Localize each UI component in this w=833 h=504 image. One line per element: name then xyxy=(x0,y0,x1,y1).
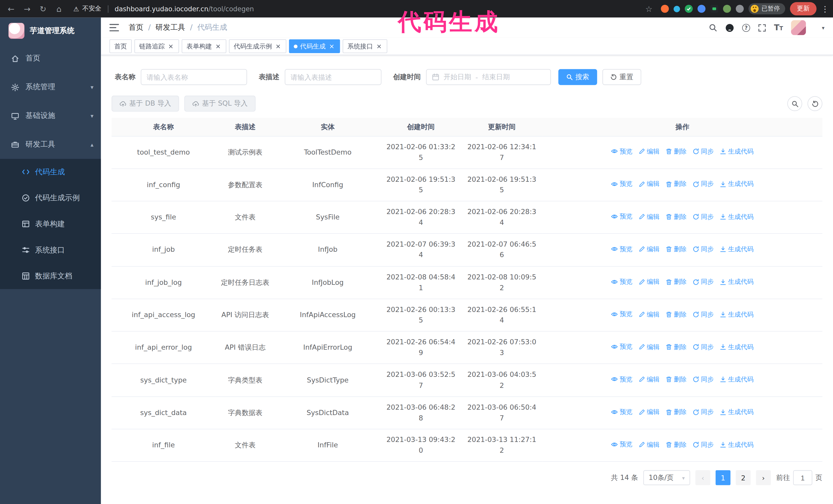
font-size-icon[interactable]: TT xyxy=(774,24,783,31)
search-button[interactable]: 搜索 xyxy=(558,69,597,85)
address-bar[interactable]: dashboard.yudao.iocoder.cn/tool/codegen xyxy=(115,5,254,13)
date-range-picker[interactable]: 开始日期 - 结束日期 xyxy=(426,69,551,85)
sync-link[interactable]: 同步 xyxy=(693,375,714,385)
sidebar-item-form-builder[interactable]: 表单构建 xyxy=(0,211,101,237)
import-sql-button[interactable]: 基于 SQL 导入 xyxy=(185,96,256,112)
generate-code-link[interactable]: 生成代码 xyxy=(720,310,754,320)
sync-link[interactable]: 同步 xyxy=(693,212,714,222)
profile-paused-badge[interactable]: 已暂停 xyxy=(748,3,785,14)
chrome-menu-icon[interactable]: ⋮ xyxy=(821,2,829,16)
extension-fox-icon[interactable] xyxy=(661,5,668,13)
preview-link[interactable]: 预览 xyxy=(611,375,632,385)
close-icon[interactable]: × xyxy=(376,43,382,50)
delete-link[interactable]: 删除 xyxy=(666,342,687,352)
preview-link[interactable]: 预览 xyxy=(611,212,632,221)
extension-check-icon[interactable] xyxy=(685,5,693,13)
preview-link[interactable]: 预览 xyxy=(611,309,632,319)
generate-code-link[interactable]: 生成代码 xyxy=(720,277,754,287)
page-size-select[interactable]: 10条/页 ▾ xyxy=(643,471,690,485)
generate-code-link[interactable]: 生成代码 xyxy=(720,375,754,385)
extension-onpage-icon[interactable] xyxy=(710,5,718,13)
table-desc-input[interactable] xyxy=(285,69,381,85)
extension-drop-icon[interactable] xyxy=(673,6,680,12)
edit-link[interactable]: 编辑 xyxy=(639,342,660,352)
search-icon[interactable] xyxy=(709,23,717,32)
tab-api[interactable]: 系统接口 × xyxy=(343,39,387,53)
generate-code-link[interactable]: 生成代码 xyxy=(720,342,754,352)
sync-link[interactable]: 同步 xyxy=(693,244,714,254)
reload-icon[interactable]: ↻ xyxy=(36,2,50,16)
preview-link[interactable]: 预览 xyxy=(611,407,632,417)
delete-link[interactable]: 删除 xyxy=(666,179,687,189)
next-page-button[interactable]: › xyxy=(756,471,771,485)
import-db-button[interactable]: 基于 DB 导入 xyxy=(112,96,179,112)
generate-code-link[interactable]: 生成代码 xyxy=(720,440,754,450)
edit-link[interactable]: 编辑 xyxy=(639,407,660,417)
edit-link[interactable]: 编辑 xyxy=(639,375,660,385)
delete-link[interactable]: 删除 xyxy=(666,375,687,385)
generate-code-link[interactable]: 生成代码 xyxy=(720,407,754,417)
toggle-search-button[interactable] xyxy=(787,96,802,111)
extension-people-icon[interactable] xyxy=(697,5,705,13)
edit-link[interactable]: 编辑 xyxy=(639,179,660,189)
github-icon[interactable] xyxy=(725,23,734,32)
sync-link[interactable]: 同步 xyxy=(693,147,714,157)
prev-page-button[interactable]: ‹ xyxy=(695,471,710,485)
breadcrumb-home[interactable]: 首页 xyxy=(129,23,144,32)
close-icon[interactable]: × xyxy=(328,43,335,50)
tab-codegen[interactable]: 代码生成 × xyxy=(289,39,340,53)
sync-link[interactable]: 同步 xyxy=(693,179,714,189)
preview-link[interactable]: 预览 xyxy=(611,244,632,254)
generate-code-link[interactable]: 生成代码 xyxy=(720,212,754,222)
help-icon[interactable]: ? xyxy=(742,24,750,31)
close-icon[interactable]: × xyxy=(167,43,174,50)
breadcrumb-devtools[interactable]: 研发工具 xyxy=(156,23,185,32)
app-logo[interactable]: 芋道管理系统 xyxy=(0,18,101,44)
edit-link[interactable]: 编辑 xyxy=(639,212,660,222)
tab-codegen-example[interactable]: 代码生成示例 × xyxy=(229,39,286,53)
sync-link[interactable]: 同步 xyxy=(693,310,714,320)
preview-link[interactable]: 预览 xyxy=(611,146,632,157)
sync-link[interactable]: 同步 xyxy=(693,407,714,417)
reset-button[interactable]: 重置 xyxy=(602,69,641,85)
sidebar-item-system[interactable]: 系统管理 ▾ xyxy=(0,73,101,101)
bookmark-star-icon[interactable]: ☆ xyxy=(642,2,656,16)
tab-home[interactable]: 首页 xyxy=(110,39,132,53)
page-button-2[interactable]: 2 xyxy=(736,471,751,485)
sidebar-item-devtools[interactable]: 研发工具 ▴ xyxy=(0,130,101,159)
close-icon[interactable]: × xyxy=(275,43,282,50)
chrome-update-button[interactable]: 更新 xyxy=(790,2,816,16)
sidebar-item-infra[interactable]: 基础设施 ▾ xyxy=(0,101,101,130)
tab-form-builder[interactable]: 表单构建 × xyxy=(182,39,226,53)
edit-link[interactable]: 编辑 xyxy=(639,310,660,320)
preview-link[interactable]: 预览 xyxy=(611,440,632,450)
user-avatar[interactable] xyxy=(791,20,806,35)
back-icon[interactable]: ← xyxy=(4,2,18,16)
sidebar-item-codegen-example[interactable]: 代码生成示例 xyxy=(0,185,101,211)
edit-link[interactable]: 编辑 xyxy=(639,147,660,157)
delete-link[interactable]: 删除 xyxy=(666,310,687,320)
extension-plant-icon[interactable] xyxy=(723,5,731,13)
refresh-table-button[interactable] xyxy=(808,96,823,111)
preview-link[interactable]: 预览 xyxy=(611,277,632,287)
tab-tracing[interactable]: 链路追踪 × xyxy=(134,39,179,53)
delete-link[interactable]: 删除 xyxy=(666,212,687,222)
sidebar-item-home[interactable]: 首页 xyxy=(0,44,101,73)
sync-link[interactable]: 同步 xyxy=(693,277,714,287)
sidebar-item-db-doc[interactable]: 数据库文档 xyxy=(0,263,101,289)
preview-link[interactable]: 预览 xyxy=(611,342,632,352)
edit-link[interactable]: 编辑 xyxy=(639,244,660,254)
page-button-1[interactable]: 1 xyxy=(716,471,731,485)
home-icon[interactable]: ⌂ xyxy=(52,2,66,16)
delete-link[interactable]: 删除 xyxy=(666,277,687,287)
edit-link[interactable]: 编辑 xyxy=(639,440,660,450)
edit-link[interactable]: 编辑 xyxy=(639,277,660,287)
sync-link[interactable]: 同步 xyxy=(693,440,714,450)
goto-page-input[interactable] xyxy=(793,471,812,485)
hamburger-icon[interactable] xyxy=(110,24,119,31)
close-icon[interactable]: × xyxy=(215,43,221,50)
forward-icon[interactable]: → xyxy=(20,2,34,16)
sidebar-item-api[interactable]: 系统接口 xyxy=(0,237,101,263)
extension-puzzle-icon[interactable] xyxy=(736,5,743,13)
security-indicator[interactable]: ⚠ 不安全 xyxy=(73,4,101,13)
